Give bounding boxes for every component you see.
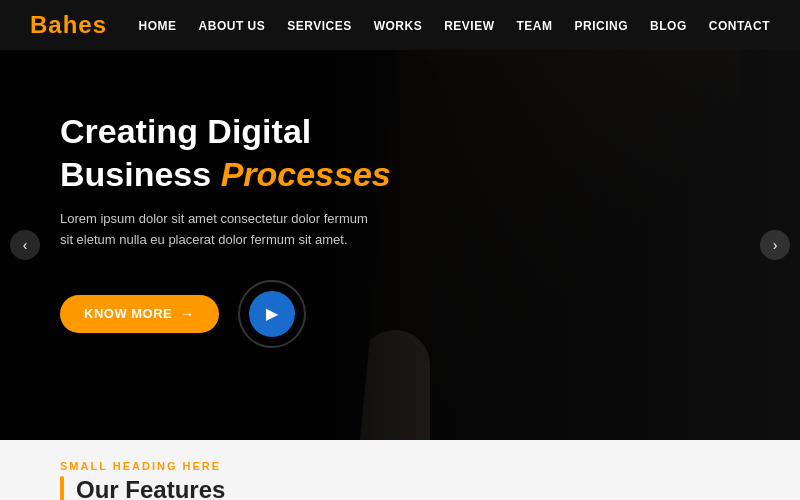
know-more-arrow: → <box>180 306 195 322</box>
hero-title-line1: Creating Digital <box>60 112 311 150</box>
hero-title: Creating Digital Business Processes <box>60 110 391 195</box>
hero-description: Lorem ipsum dolor sit amet consectetur d… <box>60 209 380 251</box>
know-more-label: KNOW MORE <box>84 306 172 321</box>
nav-review[interactable]: REVIEW <box>444 19 494 33</box>
play-wrapper: ▶ <box>237 279 307 349</box>
hero-content: Creating Digital Business Processes Lore… <box>60 110 391 349</box>
nav-blog[interactable]: BLOG <box>650 19 687 33</box>
nav-contact[interactable]: CONTACT <box>709 19 770 33</box>
features-section: SMALL HEADING HERE Our Features <box>0 440 800 500</box>
play-ring <box>238 280 306 348</box>
features-accent-bar <box>60 476 64 500</box>
nav-about[interactable]: ABOUT US <box>199 19 266 33</box>
features-small-heading: SMALL HEADING HERE <box>60 460 740 472</box>
features-heading: Our Features <box>76 476 225 500</box>
hero-title-accent: Processes <box>221 155 391 193</box>
nav-team[interactable]: TEAM <box>517 19 553 33</box>
know-more-button[interactable]: KNOW MORE → <box>60 295 219 333</box>
nav-home[interactable]: HOME <box>139 19 177 33</box>
carousel-prev-button[interactable]: ‹ <box>10 230 40 260</box>
nav-links: HOME ABOUT US SERVICES WORKS REVIEW TEAM… <box>139 16 770 34</box>
hero-title-line2: Business <box>60 155 221 193</box>
nav-services[interactable]: SERVICES <box>287 19 351 33</box>
navbar: Bahes HOME ABOUT US SERVICES WORKS REVIE… <box>0 0 800 50</box>
carousel-next-button[interactable]: › <box>760 230 790 260</box>
hero-section: Creating Digital Business Processes Lore… <box>0 50 800 440</box>
hero-actions: KNOW MORE → ▶ <box>60 279 391 349</box>
nav-works[interactable]: WORKS <box>374 19 423 33</box>
nav-pricing[interactable]: PRICING <box>575 19 629 33</box>
features-heading-wrapper: Our Features <box>60 476 740 500</box>
logo[interactable]: Bahes <box>30 11 107 39</box>
